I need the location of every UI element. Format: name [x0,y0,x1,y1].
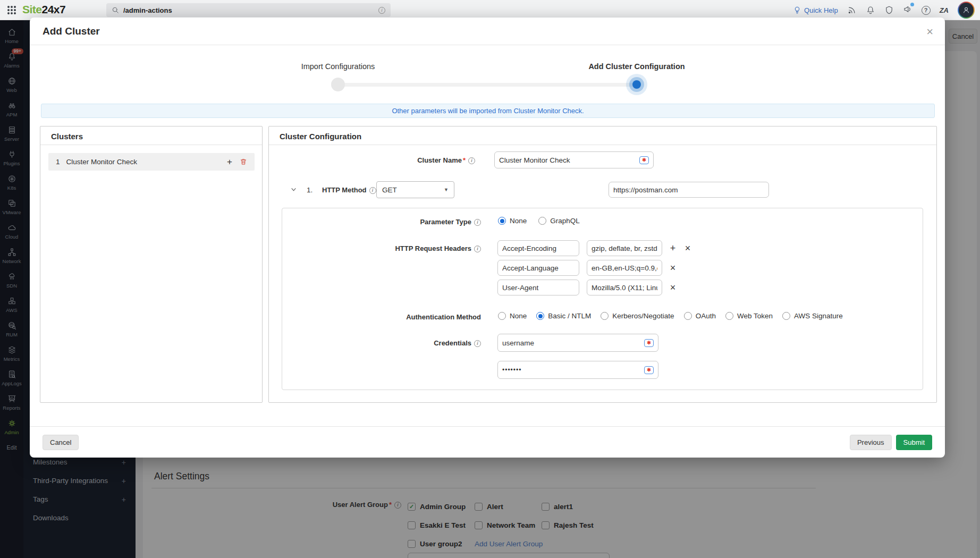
cluster-configuration-panel: Cluster Configuration Cluster Name* 1. H… [268,126,937,403]
radio-icon [601,312,609,320]
cluster-name-inputbox [494,151,654,168]
radio-selected-icon [498,217,506,225]
header-name-input[interactable] [502,244,575,252]
language-translate-icon[interactable] [940,6,949,14]
parameter-type-options: None GraphQL [498,217,580,225]
step-row-number: 1. [307,186,312,194]
info-icon [474,219,481,226]
lightbulb-icon [793,6,801,14]
previous-button[interactable]: Previous [850,435,892,450]
http-method-label: HTTP Method [322,186,376,194]
announcements-megaphone-icon[interactable] [903,4,913,16]
info-icon [468,157,475,164]
radio-auth-basic-ntlm[interactable]: Basic / NTLM [536,312,591,320]
modal-footer: Cancel Previous Submit [30,426,945,458]
remove-header-icon[interactable] [669,263,677,274]
password-input[interactable] [502,366,644,374]
stepper: Import Configurations Add Cluster Config… [30,45,945,104]
radio-icon [725,312,733,320]
placeholder-variable-icon[interactable] [639,156,649,164]
add-header-icon[interactable] [669,243,677,254]
radio-icon [684,312,692,320]
parameter-type-label: Parameter Type [420,218,481,226]
rss-icon[interactable] [847,5,857,15]
modal-title: Add Cluster [43,26,100,37]
username-input[interactable] [502,339,644,347]
header-name-input[interactable] [502,264,575,272]
step-add-cluster-configuration: Add Cluster Configuration [588,62,685,71]
radio-parameter-graphql[interactable]: GraphQL [538,217,580,225]
radio-auth-aws-signature[interactable]: AWS Signature [782,312,843,320]
cluster-name-label: Cluster Name* [417,156,475,164]
username-inputbox [497,334,658,352]
credentials-label: Credentials [434,339,481,347]
add-cluster-row-icon[interactable] [227,157,232,166]
site24x7-app: Site24x7 Quick Help [0,0,980,558]
quick-help-button[interactable]: Quick Help [793,6,838,14]
header-row [497,240,692,256]
collapse-chevron-icon[interactable] [290,186,297,193]
header-value-input[interactable] [592,244,657,252]
info-icon [474,340,481,347]
clusters-panel: Clusters 1 Cluster Monitor Check [40,126,263,403]
radio-auth-oauth[interactable]: OAuth [684,312,716,320]
shield-icon[interactable] [884,5,894,15]
cancel-button[interactable]: Cancel [43,435,79,450]
info-banner: Other parameters will be imported from C… [41,104,935,118]
cluster-name: Cluster Monitor Check [66,158,138,166]
radio-auth-kerberos[interactable]: Kerberos/Negotiate [601,312,674,320]
placeholder-variable-icon[interactable] [644,339,654,347]
global-search[interactable] [106,3,391,17]
cluster-list-item[interactable]: 1 Cluster Monitor Check [48,153,255,171]
search-icon [112,6,119,14]
authentication-method-options: None Basic / NTLM Kerberos/Negotiate OAu… [498,312,843,320]
modal-header: Add Cluster [30,18,945,45]
config-panel-title: Cluster Configuration [269,126,936,145]
header-value-input[interactable] [592,284,657,292]
required-asterisk: * [463,156,466,164]
radio-icon [782,312,790,320]
submit-button[interactable]: Submit [896,435,932,450]
radio-parameter-none[interactable]: None [498,217,527,225]
add-cluster-modal: Add Cluster Import Configurations Add Cl… [30,18,945,458]
chevron-down-icon [444,187,449,192]
header-rows [497,240,692,295]
header-row [497,280,692,295]
radio-selected-icon [536,312,544,320]
step-import-configurations: Import Configurations [301,62,375,71]
apps-grid-icon[interactable] [7,6,10,8]
radio-icon [538,217,546,225]
radio-icon [498,312,506,320]
clusters-panel-title: Clusters [40,126,262,145]
remove-header-icon[interactable] [669,282,677,293]
close-icon[interactable] [926,26,933,38]
delete-trash-icon[interactable] [240,158,247,166]
url-inputbox [609,182,769,198]
remove-header-icon[interactable] [683,243,692,254]
avatar-person-icon [959,3,974,18]
stepper-track [338,83,637,87]
placeholder-variable-icon[interactable] [644,366,654,374]
search-input[interactable] [123,6,371,14]
cluster-name-input[interactable] [499,156,639,164]
header-name-input[interactable] [502,284,575,292]
url-input[interactable] [613,186,764,194]
cluster-index: 1 [56,158,60,166]
password-inputbox [497,361,658,379]
step-dot-active [632,80,641,89]
request-settings-group: Parameter Type None GraphQL HTTP Request… [282,208,923,390]
search-info-icon [378,7,385,14]
http-request-headers-label: HTTP Request Headers [395,244,481,252]
user-avatar[interactable] [958,2,975,19]
header-value-input[interactable] [592,264,657,272]
radio-auth-none[interactable]: None [498,312,527,320]
help-icon[interactable] [922,6,931,15]
site24x7-logo[interactable]: Site24x7 [22,3,65,16]
step-dot-inactive [331,78,345,91]
http-method-select[interactable]: GET [376,181,454,198]
notifications-bell-icon[interactable] [866,5,875,15]
radio-auth-web-token[interactable]: Web Token [725,312,773,320]
header-row [497,260,692,276]
info-icon [474,246,481,252]
info-icon [369,187,376,194]
